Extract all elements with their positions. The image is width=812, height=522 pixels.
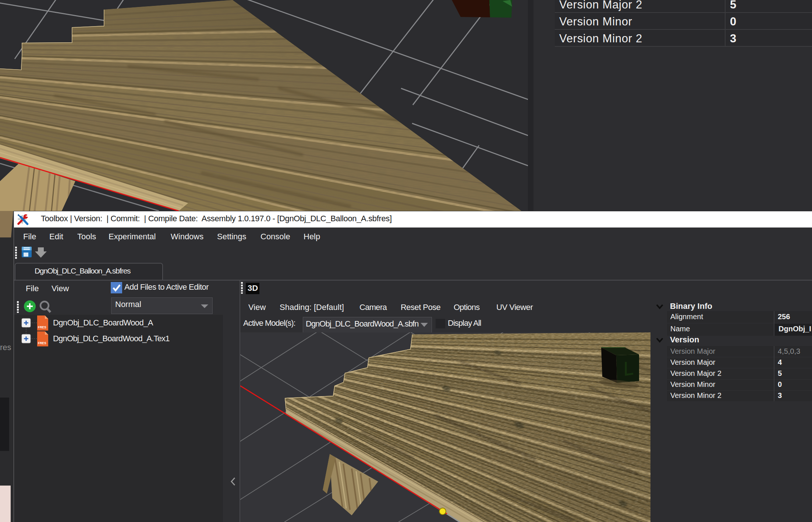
svg-text:FRES: FRES [38, 341, 46, 345]
svg-text:FRES: FRES [38, 325, 46, 329]
